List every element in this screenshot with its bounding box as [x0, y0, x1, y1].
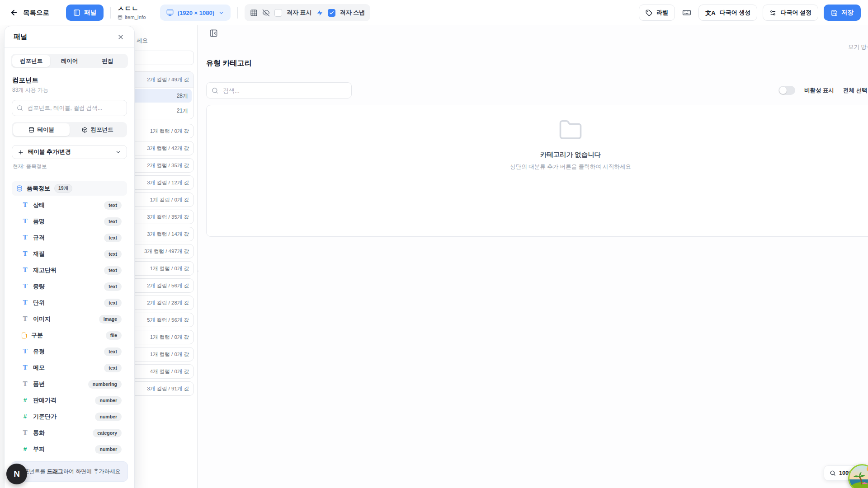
list-controls: 비활성 표시 전체 선택 전 — [778, 86, 868, 95]
page-title: 유형 카테고리 — [206, 59, 251, 68]
i18n-generate-text: 다국어 생성 — [720, 9, 751, 17]
field-type-badge: text — [104, 234, 122, 242]
field-row[interactable]: T중량text — [12, 278, 127, 295]
select-all-button[interactable]: 전체 선택 — [843, 87, 867, 94]
field-name: 품번 — [33, 380, 84, 388]
group-item[interactable]: 21개 — [131, 104, 192, 117]
category-group-items: 28개21개 — [131, 89, 193, 117]
category-list-input[interactable] — [131, 51, 194, 65]
field-type-badge: text — [104, 282, 122, 291]
i18n-generate-button[interactable]: 文A 다국어 생성 — [698, 5, 757, 21]
file-fold — [25, 332, 27, 334]
monitor-icon — [166, 9, 174, 16]
close-panel-button[interactable] — [116, 33, 125, 42]
text-icon: T — [22, 235, 28, 241]
component-mode-button[interactable]: 컴포넌트 — [70, 123, 126, 136]
source-mode-switch: 테이블 컴포넌트 — [12, 122, 127, 137]
table-mode-button[interactable]: 테이블 — [13, 123, 70, 136]
panel-resize-handle[interactable] — [195, 265, 201, 277]
field-row[interactable]: T이미지image — [12, 311, 127, 327]
i18n-settings-button[interactable]: 다국어 설정 — [763, 5, 818, 21]
panel-tab-0[interactable]: 컴포넌트 — [12, 55, 50, 67]
category-card[interactable]: 1개 컬럼 / 0개 값 — [131, 192, 194, 207]
keyboard-shortcuts-button[interactable] — [680, 6, 693, 19]
field-type-badge: text — [104, 201, 122, 210]
panel-tab-2[interactable]: 편집 — [89, 55, 127, 67]
category-card[interactable]: 2개 컬럼 / 35개 값 — [131, 158, 194, 173]
category-card[interactable]: 3개 컬럼 / 35개 값 — [131, 210, 194, 224]
field-type-badge: number — [95, 445, 122, 454]
empty-state-title: 카테고리가 없습니다 — [207, 150, 868, 159]
category-card[interactable]: 3개 컬럼 / 42개 값 — [131, 141, 194, 155]
number-icon: # — [22, 413, 28, 420]
category-card[interactable]: 4개 컬럼 / 0개 값 — [131, 364, 194, 379]
field-type-badge: text — [104, 364, 122, 372]
field-row[interactable]: T품번numbering — [12, 376, 127, 392]
save-button[interactable]: 저장 — [824, 5, 861, 21]
add-table-button[interactable]: 테이블 추가/변경 — [12, 145, 127, 159]
grid-show-checkbox[interactable] — [274, 9, 282, 17]
back-to-list-button[interactable]: 목록으로 — [7, 7, 52, 19]
field-row[interactable]: T통화category — [12, 425, 127, 441]
field-type-badge: text — [104, 250, 122, 258]
field-row[interactable]: T품명text — [12, 213, 127, 230]
group-item[interactable]: 28개 — [131, 89, 192, 103]
grid-snap-checkbox[interactable] — [328, 9, 335, 17]
table-row[interactable]: 품목정보 19개 — [12, 181, 127, 196]
field-row[interactable]: 구분file — [12, 327, 127, 343]
category-card[interactable]: 3개 컬럼 / 14개 값 — [131, 227, 194, 241]
eye-off-icon[interactable] — [262, 9, 270, 17]
category-card[interactable]: 1개 컬럼 / 0개 값 — [131, 124, 194, 138]
grid-snap-label: 격자 스냅 — [340, 9, 365, 17]
i18n-settings-text: 다국어 설정 — [780, 9, 811, 17]
panel-search-input[interactable] — [27, 104, 122, 112]
field-row[interactable]: #기준단가number — [12, 408, 127, 425]
category-card[interactable]: 5개 컬럼 / 56개 값 — [131, 313, 194, 327]
save-icon — [831, 9, 838, 16]
divider — [110, 7, 111, 19]
category-card[interactable]: 3개 컬럼 / 12개 값 — [131, 175, 194, 190]
folder-icon — [558, 118, 583, 142]
category-card[interactable]: 3개 컬럼 / 91개 값 — [131, 381, 194, 396]
category-card[interactable]: 3개 컬럼 / 497개 값 — [131, 244, 194, 258]
category-card[interactable]: 1개 컬럼 / 0개 값 — [131, 347, 194, 361]
field-row[interactable]: T유형text — [12, 343, 127, 360]
panel-tab-1[interactable]: 레이어 — [50, 55, 88, 67]
field-row[interactable]: T규격text — [12, 230, 127, 246]
field-row[interactable]: T상태text — [12, 197, 127, 213]
panel-icon — [73, 9, 80, 16]
app-logo-button[interactable]: N — [6, 464, 27, 484]
category-card[interactable]: 2개 컬럼 / 28개 값 — [131, 296, 194, 310]
field-name: 기준단가 — [33, 413, 90, 421]
field-row[interactable]: T단위text — [12, 295, 127, 311]
clipped-hint-text: 세요 — [137, 37, 194, 45]
category-card[interactable]: 2개 컬럼 / 56개 값 — [131, 278, 194, 293]
category-card[interactable]: 1개 컬럼 / 0개 값 — [131, 261, 194, 276]
panel-search — [12, 100, 127, 116]
category-card[interactable]: 1개 컬럼 / 0개 값 — [131, 330, 194, 344]
field-row[interactable]: T재질text — [12, 246, 127, 262]
add-table-label: 테이블 추가/변경 — [28, 148, 111, 156]
field-row[interactable]: #판매가격number — [12, 392, 127, 408]
component-panel: 패널 컴포넌트레이어편집 컴포넌트 83개 사용 가능 테이블 컴포넌트 — [5, 26, 134, 488]
label-button[interactable]: 라벨 — [639, 5, 675, 21]
field-type-badge: file — [106, 331, 122, 340]
field-row[interactable]: #부피number — [12, 441, 127, 457]
inactive-toggle[interactable] — [778, 86, 795, 95]
table-name: 품목정보 — [27, 184, 50, 192]
text-icon: T — [22, 300, 28, 306]
field-list: T상태textT품명textT규격textT재질textT재고단위textT중량… — [5, 196, 134, 458]
resolution-selector[interactable]: (868 × 488) — [160, 5, 231, 21]
field-name: 규격 — [33, 234, 99, 242]
category-cards: 1개 컬럼 / 0개 값3개 컬럼 / 42개 값2개 컬럼 / 35개 값3개… — [131, 124, 194, 396]
field-type-badge: text — [104, 299, 122, 307]
field-row[interactable]: T재고단위text — [12, 262, 127, 278]
category-list-column: 세요 2개 컬럼 / 49개 값 28개21개 1개 컬럼 / 0개 값3개 컬… — [131, 25, 198, 488]
category-search-input[interactable] — [222, 87, 346, 94]
field-row[interactable]: T메모text — [12, 360, 127, 376]
resolution-value: (868 × 488) — [178, 9, 214, 16]
field-type-badge: image — [99, 315, 122, 324]
panel-toggle-button[interactable]: 패널 — [66, 5, 104, 21]
collapse-panel-button[interactable] — [208, 28, 219, 39]
search-icon — [212, 87, 218, 94]
